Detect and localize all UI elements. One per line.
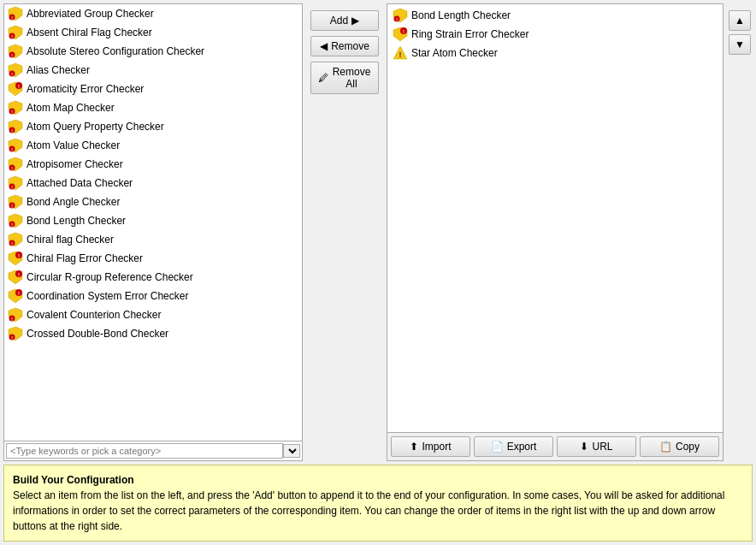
list-item-label: Bond Angle Checker — [27, 196, 120, 208]
add-arrow-icon: ▶ — [351, 15, 359, 27]
checker-icon: ! — [8, 44, 23, 59]
copy-label: Copy — [676, 441, 700, 453]
export-button[interactable]: 📄 Export — [474, 436, 553, 457]
list-item[interactable]: !Atropisomer Checker — [4, 155, 302, 174]
list-item-label: Atom Map Checker — [27, 102, 115, 114]
list-item[interactable]: !Circular R-group Reference Checker — [4, 268, 302, 287]
remove-all-label: Remove All — [332, 66, 371, 90]
right-list-item-label: Bond Length Checker — [411, 9, 511, 21]
right-bottom-buttons: ⬆ Import 📄 Export ⬇ URL 📋 Copy — [387, 432, 723, 460]
down-arrow-icon: ▼ — [735, 39, 745, 50]
checker-icon: ! — [8, 251, 23, 266]
info-panel: Build Your Configuration Select an item … — [3, 465, 753, 542]
list-item-label: Alias Checker — [27, 64, 90, 76]
right-arrows: ▲ ▼ — [727, 3, 753, 461]
url-icon: ⬇ — [580, 441, 588, 453]
right-list-item-label: Ring Strain Error Checker — [411, 28, 529, 40]
list-item[interactable]: !Atom Value Checker — [4, 136, 302, 155]
list-item-label: Abbreviated Group Checker — [27, 8, 154, 20]
import-label: Import — [422, 441, 451, 453]
checker-icon: ! — [8, 62, 23, 78]
right-list-item[interactable]: !Ring Strain Error Checker — [389, 25, 721, 44]
checker-icon: ! — [8, 307, 23, 323]
checker-icon: ! — [8, 232, 23, 247]
checker-icon: ! — [8, 194, 23, 210]
list-item-label: Absolute Stereo Configuration Checker — [27, 45, 204, 57]
middle-buttons: Add ▶ ◀ Remove 🖉 Remove All — [306, 3, 383, 461]
eraser-icon: 🖉 — [318, 72, 328, 84]
right-list-item-label: Star Atom Checker — [411, 47, 498, 59]
url-button[interactable]: ⬇ URL — [557, 436, 636, 457]
right-list-item[interactable]: !Star Atom Checker — [389, 44, 721, 62]
list-item[interactable]: !Crossed Double-Bond Checker — [4, 324, 302, 343]
checker-icon: ! — [8, 270, 23, 285]
list-item-label: Chiral flag Checker — [27, 234, 114, 246]
add-button[interactable]: Add ▶ — [310, 10, 379, 31]
checker-icon: ! — [8, 6, 23, 21]
remove-all-button[interactable]: 🖉 Remove All — [310, 62, 379, 94]
checker-icon: ! — [393, 27, 408, 42]
checker-icon: ! — [8, 119, 23, 134]
list-item-label: Atom Query Property Checker — [27, 121, 164, 133]
list-item-label: Attached Data Checker — [27, 177, 133, 189]
main-container: !Abbreviated Group Checker!Absent Chiral… — [0, 0, 756, 545]
list-item-label: Circular R-group Reference Checker — [27, 271, 193, 283]
right-list[interactable]: !Bond Length Checker!Ring Strain Error C… — [387, 4, 723, 432]
copy-button[interactable]: 📋 Copy — [640, 436, 719, 457]
list-item-label: Bond Length Checker — [27, 215, 126, 227]
list-item[interactable]: !Bond Length Checker — [4, 211, 302, 230]
top-section: !Abbreviated Group Checker!Absent Chiral… — [3, 3, 753, 461]
checker-icon: ! — [8, 138, 23, 153]
export-label: Export — [507, 441, 537, 453]
remove-label: Remove — [331, 40, 369, 52]
list-item-label: Absent Chiral Flag Checker — [27, 27, 152, 39]
list-item[interactable]: !Absent Chiral Flag Checker — [4, 23, 302, 42]
list-item-label: Coordination System Error Checker — [27, 290, 188, 302]
list-item[interactable]: !Attached Data Checker — [4, 174, 302, 193]
right-panel: !Bond Length Checker!Ring Strain Error C… — [387, 3, 724, 461]
list-item[interactable]: !Chiral Flag Error Checker — [4, 249, 302, 268]
search-input[interactable] — [6, 443, 283, 459]
list-item[interactable]: !Abbreviated Group Checker — [4, 4, 302, 23]
right-list-item[interactable]: !Bond Length Checker — [389, 6, 721, 25]
checker-icon: ! — [8, 175, 23, 191]
list-item-label: Atropisomer Checker — [27, 158, 123, 170]
svg-text:!: ! — [403, 29, 405, 34]
list-item[interactable]: !Covalent Counterion Checker — [4, 305, 302, 324]
remove-arrow-icon: ◀ — [320, 40, 328, 52]
info-title: Build Your Configuration — [13, 474, 134, 486]
checker-icon: ! — [393, 8, 408, 23]
export-icon: 📄 — [491, 441, 504, 453]
import-button[interactable]: ⬆ Import — [391, 436, 470, 457]
up-arrow-icon: ▲ — [735, 15, 745, 27]
list-item[interactable]: !Atom Query Property Checker — [4, 117, 302, 136]
list-item[interactable]: !Atom Map Checker — [4, 98, 302, 117]
list-item[interactable]: !Chiral flag Checker — [4, 230, 302, 249]
list-item[interactable]: !Coordination System Error Checker — [4, 287, 302, 305]
list-item[interactable]: !Aromaticity Error Checker — [4, 80, 302, 98]
add-label: Add — [330, 15, 348, 27]
remove-button[interactable]: ◀ Remove — [310, 36, 379, 56]
left-list[interactable]: !Abbreviated Group Checker!Absent Chiral… — [4, 4, 302, 441]
left-panel: !Abbreviated Group Checker!Absent Chiral… — [3, 3, 303, 461]
list-item-label: Crossed Double-Bond Checker — [27, 328, 168, 340]
info-body: Select an item from the list on the left… — [13, 489, 724, 532]
url-label: URL — [592, 441, 612, 453]
svg-text:!: ! — [18, 253, 20, 258]
checker-icon: ! — [8, 25, 23, 40]
svg-text:!: ! — [18, 84, 20, 89]
up-arrow-button[interactable]: ▲ — [729, 10, 751, 31]
category-select[interactable]: ▼ — [283, 444, 300, 458]
copy-icon: 📋 — [659, 441, 672, 453]
checker-icon: ! — [8, 213, 23, 228]
list-item-label: Covalent Counterion Checker — [27, 309, 161, 321]
list-item-label: Atom Value Checker — [27, 139, 120, 151]
list-item[interactable]: !Absolute Stereo Configuration Checker — [4, 42, 302, 61]
down-arrow-button[interactable]: ▼ — [729, 34, 751, 55]
list-item[interactable]: !Alias Checker — [4, 61, 302, 80]
list-item[interactable]: !Bond Angle Checker — [4, 193, 302, 211]
svg-text:!: ! — [399, 50, 402, 59]
svg-text:!: ! — [18, 291, 20, 296]
checker-icon: ! — [8, 100, 23, 116]
list-item-label: Chiral Flag Error Checker — [27, 252, 143, 264]
